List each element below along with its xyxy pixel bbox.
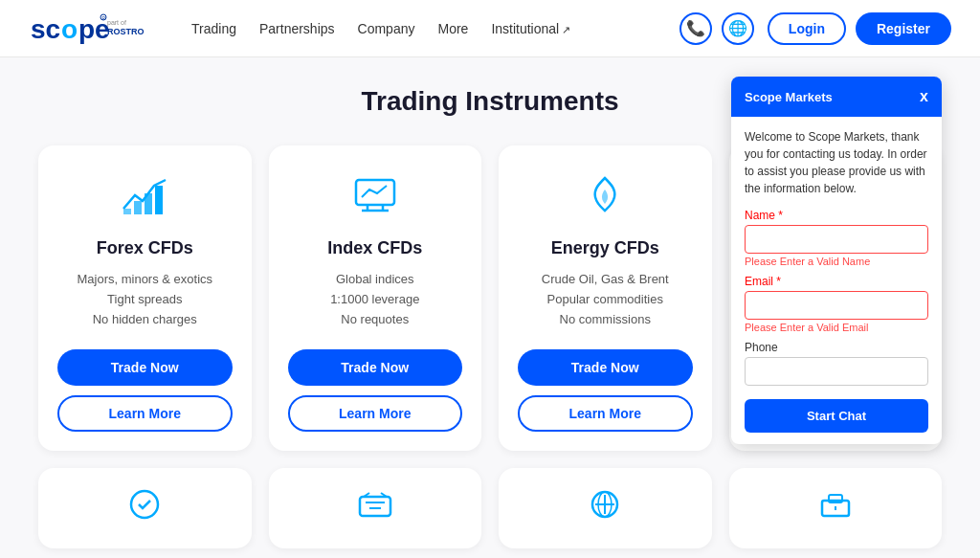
forex-feature-2: Tight spreads: [77, 292, 212, 306]
svg-point-22: [131, 491, 158, 518]
index-card-title: Index CFDs: [327, 238, 422, 258]
chat-name-error: Please Enter a Valid Name: [745, 256, 928, 267]
forex-card-title: Forex CFDs: [97, 238, 193, 258]
forex-icon: [120, 172, 169, 223]
forex-card: Forex CFDs Majors, minors & exotics Tigh…: [38, 145, 252, 451]
svg-text:sc: sc: [31, 14, 60, 44]
globe-icon[interactable]: 🌐: [722, 12, 754, 45]
chat-name-field: Name * Please Enter a Valid Name: [745, 209, 928, 267]
chat-start-button[interactable]: Start Chat: [745, 399, 928, 433]
chat-phone-input[interactable]: [745, 357, 928, 386]
navbar: sc o pe part of ROSTRO R Trading Partner…: [0, 0, 980, 57]
nav-company[interactable]: Company: [358, 21, 415, 36]
forex-learn-more-button[interactable]: Learn More: [57, 395, 233, 432]
energy-icon: [580, 172, 630, 223]
chat-header: Scope Markets x: [731, 77, 942, 117]
chat-name-input[interactable]: [745, 225, 928, 254]
chat-email-label: Email *: [745, 275, 928, 288]
nav-icon-group: 📞 🌐: [679, 12, 754, 45]
index-feature-2: 1:1000 leverage: [330, 292, 419, 306]
forex-trade-now-button[interactable]: Trade Now: [57, 349, 233, 386]
chat-name-label: Name *: [745, 209, 928, 222]
nav-more[interactable]: More: [437, 21, 468, 36]
energy-card: Energy CFDs Crude Oil, Gas & Brent Popul…: [499, 145, 712, 451]
bottom-card-2: [269, 468, 482, 548]
svg-rect-7: [123, 209, 131, 214]
nav-trading[interactable]: Trading: [191, 21, 236, 36]
chat-email-field: Email * Please Enter a Valid Email: [745, 275, 928, 333]
index-card: Index CFDs Global indices 1:1000 leverag…: [269, 145, 482, 451]
phone-icon[interactable]: 📞: [679, 12, 712, 45]
bottom-card-3: [499, 468, 712, 548]
bottom-card-1: [38, 468, 252, 548]
svg-rect-8: [134, 201, 142, 214]
energy-feature-2: Popular commodities: [542, 292, 669, 306]
main-content: Trading Instruments Forex CFDs Majors, m…: [0, 57, 980, 558]
index-icon: [350, 172, 400, 223]
chat-body: Welcome to Scope Markets, thank you for …: [731, 117, 942, 444]
energy-feature-1: Crude Oil, Gas & Brent: [542, 272, 669, 286]
index-feature-3: No requotes: [330, 312, 419, 326]
svg-rect-9: [145, 193, 152, 214]
chat-close-button[interactable]: x: [920, 88, 928, 105]
bottom-cards-row: [38, 468, 942, 548]
forex-feature-3: No hidden charges: [77, 312, 212, 326]
chat-name-required: *: [778, 209, 783, 222]
chat-phone-field: Phone: [745, 341, 928, 386]
chat-email-error: Please Enter a Valid Email: [745, 322, 928, 333]
bottom-icon-3: [586, 487, 624, 529]
forex-features: Majors, minors & exotics Tight spreads N…: [77, 272, 212, 332]
chat-phone-label: Phone: [745, 341, 928, 354]
chat-title: Scope Markets: [745, 90, 833, 104]
nav-institutional[interactable]: Institutional: [491, 21, 570, 36]
bottom-icon-2: [356, 487, 394, 529]
register-button[interactable]: Register: [856, 12, 951, 45]
chat-welcome-text: Welcome to Scope Markets, thank you for …: [745, 128, 928, 197]
energy-features: Crude Oil, Gas & Brent Popular commoditi…: [542, 272, 669, 332]
chat-widget: Scope Markets x Welcome to Scope Markets…: [731, 77, 942, 444]
logo[interactable]: sc o pe part of ROSTRO R: [29, 11, 153, 46]
svg-rect-23: [360, 497, 390, 516]
forex-feature-1: Majors, minors & exotics: [77, 272, 212, 286]
index-feature-1: Global indices: [330, 272, 419, 286]
energy-card-title: Energy CFDs: [551, 238, 659, 258]
index-trade-now-button[interactable]: Trade Now: [288, 349, 463, 386]
bottom-icon-4: [816, 487, 855, 529]
index-learn-more-button[interactable]: Learn More: [288, 395, 463, 432]
nav-links: Trading Partnerships Company More Instit…: [191, 21, 679, 36]
energy-learn-more-button[interactable]: Learn More: [518, 395, 693, 432]
chat-email-required: *: [776, 275, 781, 288]
svg-text:R: R: [102, 15, 106, 21]
svg-text:o: o: [61, 14, 78, 44]
index-features: Global indices 1:1000 leverage No requot…: [330, 272, 419, 332]
bottom-card-4: [729, 468, 943, 548]
svg-text:ROSTRO: ROSTRO: [107, 27, 145, 36]
login-button[interactable]: Login: [768, 12, 846, 45]
energy-feature-3: No commissions: [542, 312, 669, 326]
svg-text:part of: part of: [107, 19, 126, 27]
energy-trade-now-button[interactable]: Trade Now: [518, 349, 693, 386]
svg-rect-10: [155, 186, 163, 214]
nav-partnerships[interactable]: Partnerships: [259, 21, 335, 36]
chat-email-input[interactable]: [745, 291, 928, 320]
bottom-icon-1: [125, 487, 164, 529]
